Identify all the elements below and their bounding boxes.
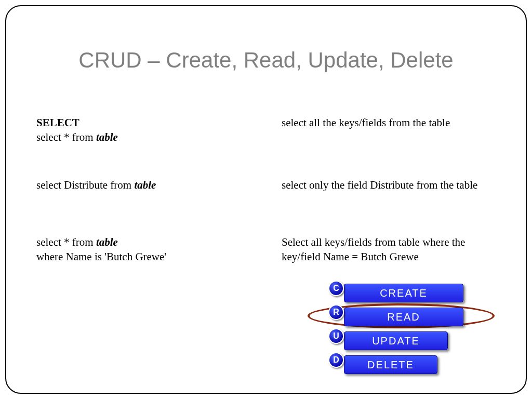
crud-button-stack: CREATE C READ R UPDATE U DELETE D (318, 282, 489, 377)
crud-row-create: CREATE C (318, 282, 489, 305)
create-button[interactable]: CREATE (344, 284, 463, 302)
crud-row-update: UPDATE U (318, 329, 489, 353)
crud-row-delete: DELETE D (318, 353, 489, 377)
slide-frame: CRUD – Create, Read, Update, Delete SELE… (5, 5, 527, 394)
delete-badge-icon: D (328, 352, 344, 368)
create-badge-icon: C (328, 281, 344, 296)
delete-button[interactable]: DELETE (344, 355, 437, 374)
update-button[interactable]: UPDATE (344, 331, 448, 350)
read-badge-icon: R (328, 304, 344, 320)
select-keyword: SELECT (36, 115, 265, 130)
sql-example-2: select Distribute from table (36, 178, 265, 192)
sql-line: select * from table (36, 235, 265, 249)
sql-desc-1: select all the keys/fields from the tabl… (282, 115, 510, 130)
read-button[interactable]: READ (344, 308, 463, 326)
update-badge-icon: U (328, 328, 344, 344)
crud-row-read: READ R (318, 305, 489, 329)
sql-example-3: select * from table where Name is 'Butch… (36, 235, 265, 264)
sql-desc-3: Select all keys/fields from table where … (282, 235, 510, 264)
sql-line: where Name is 'Butch Grewe' (36, 249, 265, 264)
sql-line: select * from table (36, 130, 265, 144)
sql-example-1: SELECT select * from table (36, 115, 265, 145)
sql-desc-2: select only the field Distribute from th… (282, 178, 510, 192)
page-title: CRUD – Create, Read, Update, Delete (6, 48, 526, 73)
